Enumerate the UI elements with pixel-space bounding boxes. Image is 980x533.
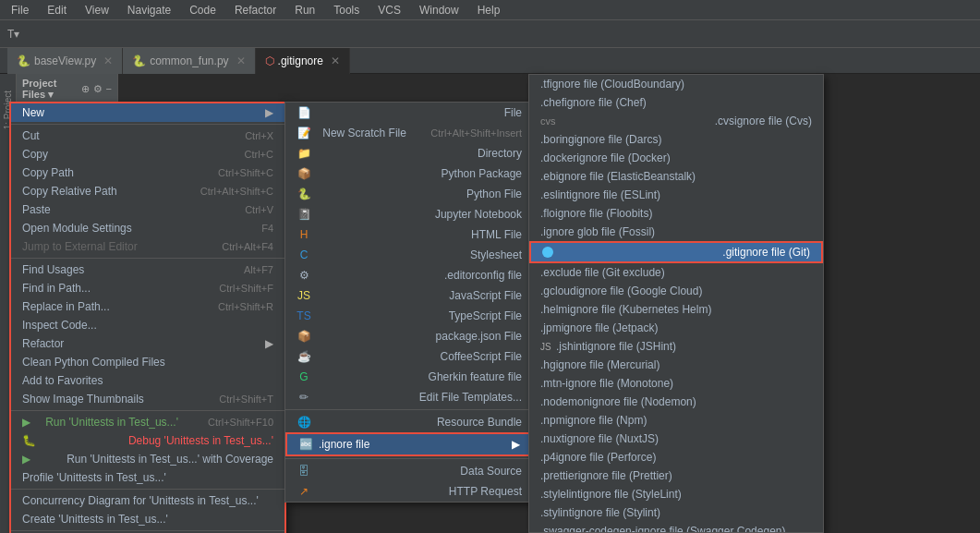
cm3-item-dockerignore[interactable]: .dockerignore file (Docker) — [529, 149, 823, 167]
cm-item-refactor[interactable]: Refactor ▶ — [11, 334, 284, 353]
menu-refactor[interactable]: Refactor — [231, 2, 280, 18]
cm-item-concurrency[interactable]: Concurrency Diagram for 'Unittests in Te… — [11, 491, 284, 510]
cm3-item-gcloudignore[interactable]: .gcloudignore file (Google Cloud) — [529, 282, 823, 300]
menu-file[interactable]: File — [7, 2, 32, 18]
cm2-item-ts[interactable]: TS TypeScript File — [285, 306, 533, 326]
sidebar-minus-icon[interactable]: − — [106, 83, 112, 95]
cm3-item-stylintignore[interactable]: .stylintignore file (Stylint) — [529, 503, 823, 522]
cm-item-copy-rel-path[interactable]: Copy Relative Path Ctrl+Alt+Shift+C — [11, 182, 284, 200]
tab-gitignore-close[interactable]: ✕ — [331, 55, 340, 67]
cm2-directory-icon: 📁 — [296, 146, 311, 161]
cm3-item-nuxtignore[interactable]: .nuxtignore file (NuxtJS) — [529, 430, 823, 448]
cm3-item-tfignore-cloud[interactable]: .tfignore file (CloudBoundary) — [529, 75, 823, 93]
context-menu-ignore-submenu[interactable]: .tfignore file (CloudBoundary) .chefigno… — [528, 74, 824, 533]
cm2-item-http-request[interactable]: ↗ HTTP Request — [285, 481, 533, 502]
cm2-ts-icon: TS — [296, 309, 311, 323]
cm3-item-eslintignore[interactable]: .eslintignore file (ESLint) — [529, 186, 823, 204]
cm3-item-jshintignore[interactable]: JS .jshintignore file (JSHint) — [529, 337, 823, 356]
cm-debug-icon: 🐛 — [22, 434, 36, 447]
menu-window[interactable]: Window — [416, 2, 463, 18]
cm3-item-jpmignore[interactable]: .jpmignore file (Jetpack) — [529, 319, 823, 337]
cm3-item-helmignore[interactable]: .helmignore file (Kubernetes Helm) — [529, 300, 823, 319]
cm2-item-gherkin[interactable]: G Gherkin feature file — [285, 367, 533, 387]
cm3-item-ebignore[interactable]: .ebignore file (ElasticBeanstalk) — [529, 167, 823, 186]
cm-sep-2 — [11, 258, 284, 259]
cm2-item-jupyter[interactable]: 📓 Jupyter Notebook — [285, 204, 533, 224]
cm-item-copy[interactable]: Copy Ctrl+C — [11, 145, 284, 164]
cm-item-run-coverage[interactable]: ▶ Run 'Unittests in Test_us...' with Cov… — [11, 450, 284, 468]
menu-code[interactable]: Code — [186, 2, 220, 18]
cm3-item-npmignore[interactable]: .npmignore file (Npm) — [529, 411, 823, 430]
cm2-js-label: JavaScript File — [449, 289, 522, 302]
sidebar-add-icon[interactable]: ⊕ — [81, 83, 90, 95]
menu-bar: File Edit View Navigate Code Refactor Ru… — [0, 0, 980, 20]
cm3-item-boringignore[interactable]: .boringignore file (Darcs) — [529, 130, 823, 149]
cm3-item-swagger[interactable]: .swagger-codegen-ignore file (Swagger Co… — [529, 522, 823, 533]
cm2-item-directory[interactable]: 📁 Directory — [285, 143, 533, 164]
cm3-item-gitignore[interactable]: .gitignore file (Git) — [529, 241, 823, 263]
cm-item-paste[interactable]: Paste Ctrl+V — [11, 200, 284, 219]
cm3-cvsignore-label: cvs — [540, 115, 556, 127]
toolbar-project-label: T▾ — [7, 28, 19, 41]
cm3-item-hgignore[interactable]: .hgignore file (Mercurial) — [529, 356, 823, 374]
context-menu-new-submenu[interactable]: 📄 File 📝 New Scratch File Ctrl+Alt+Shift… — [284, 102, 534, 503]
cm2-item-py-file[interactable]: 🐍 Python File — [285, 184, 533, 204]
cm2-item-resource-bundle[interactable]: 🌐 Resource Bundle — [285, 412, 533, 432]
cm2-item-edit-templates[interactable]: ✏ Edit File Templates... — [285, 387, 533, 407]
cm2-item-html[interactable]: H HTML File — [285, 224, 533, 245]
cm2-item-coffeescript[interactable]: ☕ CoffeeScript File — [285, 346, 533, 367]
cm3-item-floignore[interactable]: .floignore file (Floobits) — [529, 204, 823, 223]
tab-gitignore[interactable]: ⬡ .gitignore ✕ — [256, 48, 350, 74]
cm-item-clean-compiled[interactable]: Clean Python Compiled Files — [11, 353, 284, 371]
cm3-item-chefignore[interactable]: .chefignore file (Chef) — [529, 93, 823, 112]
cm-item-open-module[interactable]: Open Module Settings F4 — [11, 219, 284, 237]
cm2-py-file-label: Python File — [466, 188, 522, 200]
cm3-item-mtnignore[interactable]: .mtn-ignore file (Monotone) — [529, 374, 823, 393]
cm-copy-rel-shortcut: Ctrl+Alt+Shift+C — [200, 186, 273, 197]
cm-item-thumbnails[interactable]: Show Image Thumbnails Ctrl+Shift+T — [11, 390, 284, 408]
tab-common-fun[interactable]: 🐍 common_fun.py ✕ — [123, 48, 255, 74]
cm2-item-file[interactable]: 📄 File — [285, 103, 533, 123]
cm3-item-exclude[interactable]: .exclude file (Git exclude) — [529, 263, 823, 282]
cm-item-cut[interactable]: Cut Ctrl+X — [11, 127, 284, 145]
sidebar-gear-icon[interactable]: ⚙ — [93, 83, 103, 95]
cm-item-find-usages[interactable]: Find Usages Alt+F7 — [11, 260, 284, 279]
cm2-item-package-json[interactable]: 📦 package.json File — [285, 326, 533, 346]
menu-navigate[interactable]: Navigate — [124, 2, 175, 18]
cm-item-new[interactable]: New ▶ — [11, 103, 284, 122]
cm-item-replace-path[interactable]: Replace in Path... Ctrl+Shift+R — [11, 297, 284, 316]
cm-item-create[interactable]: Create 'Unittests in Test_us...' — [11, 510, 284, 528]
menu-tools[interactable]: Tools — [330, 2, 363, 18]
tab-baseview[interactable]: 🐍 baseView.py ✕ — [7, 48, 123, 74]
cm2-item-js[interactable]: JS JavaScript File — [285, 285, 533, 306]
cm2-item-scratch[interactable]: 📝 New Scratch File Ctrl+Alt+Shift+Insert — [285, 123, 533, 143]
menu-run[interactable]: Run — [291, 2, 319, 18]
cm3-item-p4ignore[interactable]: .p4ignore file (Perforce) — [529, 448, 823, 466]
cm3-item-nodemonignore[interactable]: .nodemonignore file (Nodemon) — [529, 393, 823, 411]
cm3-dockerignore-label: .dockerignore file (Docker) — [540, 151, 671, 164]
tab-common-fun-close[interactable]: ✕ — [236, 55, 246, 67]
cm2-item-stylesheet[interactable]: C Stylesheet — [285, 245, 533, 265]
cm3-item-cvsignore[interactable]: cvs .cvsignore file (Cvs) — [529, 112, 823, 130]
cm2-item-ignore-file[interactable]: 🔤 .ignore file ▶ — [285, 432, 533, 456]
cm-item-favorites[interactable]: Add to Favorites — [11, 371, 284, 390]
cm-item-profile[interactable]: Profile 'Unittests in Test_us...' — [11, 468, 284, 487]
cm2-item-data-source[interactable]: 🗄 Data Source — [285, 461, 533, 481]
cm3-item-ignore-glob[interactable]: .ignore glob file (Fossil) — [529, 223, 823, 241]
cm-item-copy-path[interactable]: Copy Path Ctrl+Shift+C — [11, 164, 284, 182]
cm-item-run-unittest[interactable]: ▶ Run 'Unittests in Test_us...' Ctrl+Shi… — [11, 413, 284, 431]
cm-item-debug-unittest[interactable]: 🐛 Debug 'Unittests in Test_us...' — [11, 431, 284, 450]
menu-view[interactable]: View — [81, 2, 113, 18]
cm2-item-editorconfig[interactable]: ⚙ .editorconfig file — [285, 265, 533, 285]
cm3-item-stylelintignore[interactable]: .stylelintignore file (StyleLint) — [529, 485, 823, 503]
cm2-item-py-package[interactable]: 📦 Python Package — [285, 164, 533, 184]
menu-edit[interactable]: Edit — [43, 2, 70, 18]
tab-baseview-close[interactable]: ✕ — [103, 55, 113, 67]
menu-vcs[interactable]: VCS — [374, 2, 405, 18]
cm3-item-prettierignore[interactable]: .prettierignore file (Prettier) — [529, 466, 823, 485]
menu-help[interactable]: Help — [474, 2, 504, 18]
context-menu-rightclick[interactable]: New ▶ Cut Ctrl+X Copy Ctrl+C Copy Path C… — [9, 102, 286, 533]
cm-item-inspect[interactable]: Inspect Code... — [11, 316, 284, 334]
cm-item-find-path[interactable]: Find in Path... Ctrl+Shift+F — [11, 279, 284, 297]
cm2-jupyter-label: Jupyter Notebook — [435, 208, 522, 221]
